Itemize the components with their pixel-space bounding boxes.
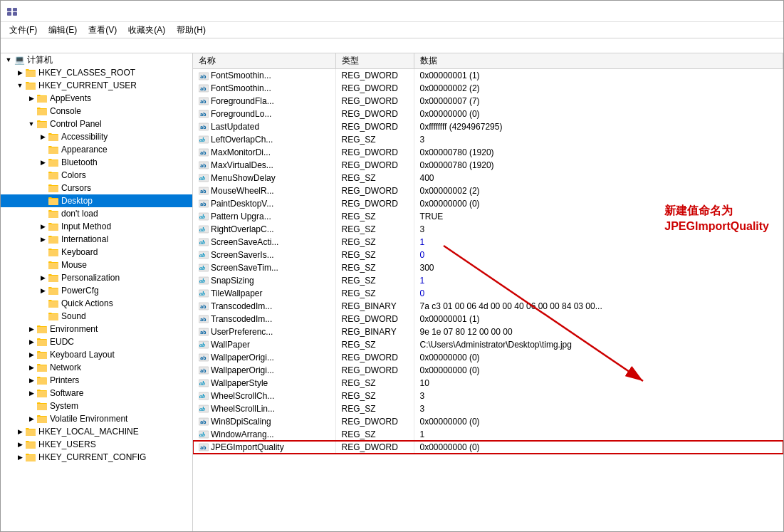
tree-item[interactable]: Bluetooth <box>1 156 192 169</box>
table-row[interactable]: abForegroundLo...REG_DWORD0x00000000 (0) <box>193 108 783 120</box>
tree-toggle-icon[interactable] <box>15 452 25 462</box>
tree-item[interactable]: Console <box>1 105 192 118</box>
header-name[interactable]: 名称 <box>193 53 335 69</box>
minimize-button[interactable] <box>679 1 712 22</box>
table-row[interactable]: abUserPreferenc...REG_BINARY9e 1e 07 80 … <box>193 325 783 338</box>
menu-edit[interactable]: 编辑(E) <box>43 23 83 38</box>
tree-toggle-icon[interactable] <box>26 363 36 372</box>
tree-item[interactable]: HKEY_CURRENT_USER <box>1 79 192 92</box>
table-row[interactable]: abTranscodedIm...REG_BINARY7a c3 01 00 0… <box>193 300 783 313</box>
table-row[interactable]: abWindowArrang...REG_SZ1 <box>193 428 783 441</box>
tree-item-label: Volatile Environment <box>50 414 127 424</box>
cell-type: REG_SZ <box>335 261 414 274</box>
tree-item[interactable]: PowerCfg <box>1 284 192 297</box>
header-type[interactable]: 类型 <box>335 53 414 69</box>
tree-item[interactable]: International <box>1 233 192 246</box>
close-button[interactable] <box>745 1 778 22</box>
table-row[interactable]: abMaxVirtualDes...REG_DWORD0x00000780 (1… <box>193 159 783 172</box>
table-row[interactable]: abPattern Upgra...REG_SZTRUE <box>193 210 783 223</box>
header-data[interactable]: 数据 <box>414 53 783 69</box>
tree-item[interactable]: AppEvents <box>1 92 192 105</box>
table-row[interactable]: abTranscodedIm...REG_DWORD0x00000001 (1) <box>193 313 783 325</box>
sz-icon: ab <box>199 135 211 145</box>
tree-toggle-icon[interactable] <box>38 157 48 167</box>
tree-item[interactable]: HKEY_USERS <box>1 438 192 451</box>
tree-toggle-icon[interactable] <box>26 93 36 103</box>
table-row[interactable]: abTileWallpaperREG_SZ0 <box>193 287 783 300</box>
tree-item[interactable]: Control Panel <box>1 118 192 130</box>
menu-file[interactable]: 文件(F) <box>4 23 43 38</box>
tree-item[interactable]: Keyboard <box>1 246 192 259</box>
table-row[interactable]: abWin8DpiScalingREG_DWORD0x00000000 (0) <box>193 415 783 428</box>
tree-item[interactable]: System <box>1 400 192 412</box>
tree-pane[interactable]: 💻计算机HKEY_CLASSES_ROOTHKEY_CURRENT_USERAp… <box>1 53 193 531</box>
tree-toggle-icon[interactable] <box>15 439 25 449</box>
table-row[interactable]: abJPEGImportQualityREG_DWORD0x00000000 (… <box>193 441 783 454</box>
menu-help[interactable]: 帮助(H) <box>171 23 211 38</box>
tree-toggle-icon[interactable] <box>26 414 36 424</box>
table-row[interactable]: abScreenSaveTim...REG_SZ300 <box>193 261 783 274</box>
menu-view[interactable]: 查看(V) <box>83 23 122 38</box>
maximize-button[interactable] <box>712 1 745 22</box>
tree-item[interactable]: Printers <box>1 374 192 387</box>
tree-item[interactable]: Colors <box>1 169 192 182</box>
table-row[interactable]: abSnapSizingREG_SZ1 <box>193 274 783 287</box>
tree-item[interactable]: Desktop <box>1 194 192 207</box>
table-row[interactable]: abWheelScrollCh...REG_SZ3 <box>193 390 783 402</box>
tree-item[interactable]: Keyboard Layout <box>1 348 192 361</box>
table-row[interactable]: abWallpaperOrigi...REG_DWORD0x00000000 (… <box>193 364 783 377</box>
tree-toggle-icon[interactable] <box>4 55 14 65</box>
table-row[interactable]: abWallPaperREG_SZC:\Users\Administrator\… <box>193 338 783 351</box>
tree-toggle-icon[interactable] <box>15 427 25 437</box>
table-row[interactable]: abLastUpdatedREG_DWORD0xffffffff (429496… <box>193 120 783 133</box>
menu-favorites[interactable]: 收藏夹(A) <box>122 23 171 38</box>
tree-item[interactable]: Quick Actions <box>1 297 192 310</box>
tree-toggle-icon[interactable] <box>26 375 36 385</box>
tree-toggle-icon[interactable] <box>15 80 25 90</box>
tree-item[interactable]: Network <box>1 361 192 374</box>
tree-toggle-icon[interactable] <box>26 324 36 334</box>
table-row[interactable]: abWallpaperStyleREG_SZ10 <box>193 377 783 390</box>
tree-item[interactable]: HKEY_CURRENT_CONFIG <box>1 451 192 464</box>
tree-toggle-icon[interactable] <box>38 273 48 283</box>
tree-toggle-icon[interactable] <box>15 68 25 78</box>
table-row[interactable]: abWheelScrollLin...REG_SZ3 <box>193 402 783 415</box>
tree-toggle-icon[interactable] <box>38 132 48 142</box>
table-row[interactable]: abRightOverlapC...REG_SZ3 <box>193 223 783 236</box>
table-scroll[interactable]: 名称 类型 数据 abFontSmoothin...REG_DWORD0x000… <box>193 53 783 531</box>
tree-item[interactable]: 💻计算机 <box>1 53 192 66</box>
tree-toggle-icon[interactable] <box>38 221 48 231</box>
table-row[interactable]: abLeftOverlapCh...REG_SZ3 <box>193 133 783 146</box>
tree-toggle-icon[interactable] <box>38 286 48 296</box>
tree-toggle-icon[interactable] <box>26 350 36 360</box>
table-row[interactable]: abPaintDesktopV...REG_DWORD0x00000000 (0… <box>193 197 783 210</box>
tree-item[interactable]: Appearance <box>1 143 192 156</box>
table-row[interactable]: abFontSmoothin...REG_DWORD0x00000001 (1) <box>193 69 783 82</box>
table-row[interactable]: abMouseWheelR...REG_DWORD0x00000002 (2) <box>193 184 783 197</box>
tree-item[interactable]: Sound <box>1 310 192 323</box>
tree-item[interactable]: Input Method <box>1 220 192 233</box>
table-row[interactable]: abScreenSaveActi...REG_SZ1 <box>193 236 783 249</box>
tree-toggle-icon[interactable] <box>26 388 36 398</box>
tree-item[interactable]: Accessibility <box>1 130 192 143</box>
tree-item[interactable]: Software <box>1 387 192 400</box>
tree-item[interactable]: HKEY_CLASSES_ROOT <box>1 66 192 79</box>
tree-item[interactable]: Volatile Environment <box>1 412 192 425</box>
table-row[interactable]: abScreenSaverIs...REG_SZ0 <box>193 249 783 261</box>
table-row[interactable]: abWallpaperOrigi...REG_DWORD0x00000000 (… <box>193 351 783 364</box>
table-row[interactable]: abForegroundFla...REG_DWORD0x00000007 (7… <box>193 95 783 108</box>
cell-type: REG_DWORD <box>335 69 414 82</box>
tree-item[interactable]: HKEY_LOCAL_MACHINE <box>1 425 192 438</box>
tree-item[interactable]: Mouse <box>1 259 192 271</box>
tree-toggle-icon[interactable] <box>26 337 36 347</box>
tree-toggle-icon[interactable] <box>38 234 48 244</box>
tree-item[interactable]: EUDC <box>1 335 192 348</box>
tree-toggle-icon[interactable] <box>26 119 36 129</box>
table-row[interactable]: abMaxMonitorDi...REG_DWORD0x00000780 (19… <box>193 146 783 159</box>
table-row[interactable]: abMenuShowDelayREG_SZ400 <box>193 172 783 184</box>
tree-item[interactable]: Cursors <box>1 182 192 194</box>
tree-item[interactable]: Environment <box>1 323 192 335</box>
tree-item[interactable]: don't load <box>1 207 192 220</box>
table-row[interactable]: abFontSmoothin...REG_DWORD0x00000002 (2) <box>193 82 783 95</box>
tree-item[interactable]: Personalization <box>1 271 192 284</box>
